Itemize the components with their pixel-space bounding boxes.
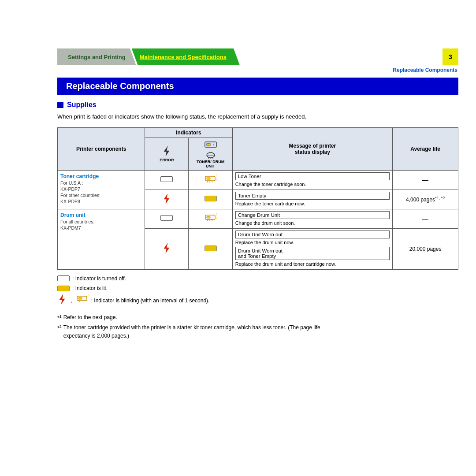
toner-other-model: KX-PDP8: [60, 199, 142, 204]
col-error-header: ERROR: [145, 138, 189, 170]
breadcrumb: Replaceable Components: [0, 67, 458, 73]
tab-settings-label: Settings and Printing: [68, 54, 126, 60]
toner-empty-msg: Toner Empty: [235, 192, 390, 200]
toner-yellow-solid-cell: [189, 190, 232, 209]
toner-empty-sub: Replace the toner cartridge now.: [235, 201, 390, 206]
avg-life-dash-1: —: [393, 170, 458, 190]
col-printer-components: Printer components: [58, 127, 145, 170]
led-yellow-icon-2: [205, 245, 217, 251]
drum-toner-blink: [189, 209, 232, 228]
tab-maintenance[interactable]: Maintenance and Specifications: [132, 48, 240, 65]
tab-settings[interactable]: Settings and Printing: [57, 48, 136, 65]
drum-worn-toner-sub: Replace the drum unit and toner cartridg…: [235, 261, 390, 267]
col-toner-drum-header: /: [189, 138, 232, 170]
legend-lit-icon: [57, 286, 70, 291]
avg-life-4000: 4,000 pages*1, *2: [393, 190, 458, 209]
drum-all-label: For all countries:: [60, 219, 142, 224]
fn1-marker: *1: [57, 313, 62, 323]
drum-toner-yellow: [189, 228, 232, 269]
low-toner-cell: Low Toner Change the toner cartridge soo…: [232, 170, 393, 190]
drum-worn-cell: Drum Unit Worn out Replace the drum unit…: [232, 228, 393, 269]
supplies-title: Supplies: [67, 101, 97, 109]
legend-blink-icon2: [76, 294, 89, 307]
svg-line-24: [216, 216, 217, 216]
svg-marker-0: [164, 146, 169, 156]
supplies-heading: Supplies: [57, 101, 458, 109]
svg-line-23: [216, 213, 217, 214]
supplies-table: Printer components Indicators Message of…: [57, 127, 458, 270]
svg-line-16: [216, 179, 217, 180]
legend-blink-label: : Indicator is blinking (with an interva…: [91, 296, 210, 305]
footnotes: *1 Refer to the next page. *2 The toner …: [57, 313, 458, 341]
led-yellow-icon: [205, 196, 217, 201]
drum-error-off: [145, 209, 189, 228]
page-number: 3: [443, 48, 458, 65]
drum-model: KX-PDM7: [60, 225, 142, 231]
error-red-cell: [145, 190, 189, 209]
toner-blink-yellow-cell: [189, 170, 232, 190]
legend: : Indicator is turned off. : Indicator i…: [57, 274, 458, 308]
drum-worn-msg: Drum Unit Worn out: [235, 231, 390, 238]
svg-rect-29: [78, 298, 82, 299]
low-toner-sub: Change the toner cartridge soon.: [235, 182, 390, 187]
change-drum-sub: Change the drum unit soon.: [235, 220, 390, 226]
table-row: Drum unit For all countries: KX-PDM7: [58, 209, 458, 228]
legend-off-icon: [57, 275, 70, 281]
fn2-text: The toner cartridge provided with the pr…: [63, 324, 344, 340]
drum-worn-toner-msg: Drum Unit Worn outand Toner Empty: [235, 247, 390, 260]
svg-rect-10: [207, 178, 210, 179]
legend-lit-label: : Indicator is lit.: [72, 284, 108, 293]
svg-rect-19: [207, 216, 210, 218]
fn2-marker: *2: [57, 324, 62, 340]
error-off-cell: [145, 170, 189, 190]
change-drum-msg: Change Drum Unit: [235, 211, 390, 219]
svg-rect-2: [207, 143, 210, 146]
avg-life-20000: 20,000 pages: [393, 228, 458, 269]
drum-worn-sub: Replace the drum unit now.: [235, 240, 390, 245]
legend-blink-icon1: [57, 294, 67, 308]
col-indicators: Indicators: [145, 127, 232, 138]
toner-usa-model: KX-PDP7: [60, 186, 142, 192]
col-avg-life: Average life: [393, 127, 458, 170]
toner-other-label: For other countries:: [60, 193, 142, 198]
svg-line-14: [216, 175, 217, 175]
drum-unit-label: Drum unit: [60, 212, 142, 218]
svg-line-31: [88, 294, 89, 295]
fn1-text: Refer to the next page.: [63, 313, 117, 323]
legend-off-label: : Indicator is turned off.: [72, 274, 126, 283]
legend-blink-comma: ,: [71, 296, 72, 305]
svg-line-15: [216, 177, 217, 177]
toner-cartridge-label: Toner cartridge: [60, 173, 142, 179]
intro-text: When print is faded or indicators show t…: [57, 112, 458, 121]
svg-marker-27: [60, 294, 65, 304]
supplies-icon: [57, 102, 63, 108]
svg-text:/: /: [213, 143, 214, 146]
toner-usa-label: For U.S.A :: [60, 180, 142, 186]
svg-marker-26: [164, 243, 169, 253]
low-toner-msg: Low Toner: [235, 172, 390, 180]
toner-empty-cell: Toner Empty Replace the toner cartridge …: [232, 190, 393, 209]
change-drum-cell: Change Drum Unit Change the drum unit so…: [232, 209, 393, 228]
section-title: Replaceable Components: [57, 78, 458, 95]
tab-maintenance-label: Maintenance and Specifications: [140, 54, 227, 60]
led-off-icon-2: [160, 215, 173, 221]
svg-marker-17: [164, 194, 169, 204]
table-row: Toner cartridge For U.S.A : KX-PDP7 For …: [58, 170, 458, 190]
avg-life-dash-2: —: [393, 209, 458, 228]
svg-line-25: [216, 218, 217, 219]
drum-error-red: [145, 228, 189, 269]
led-off-icon: [160, 176, 173, 182]
col-message: Message of printerstatus display: [232, 127, 393, 170]
